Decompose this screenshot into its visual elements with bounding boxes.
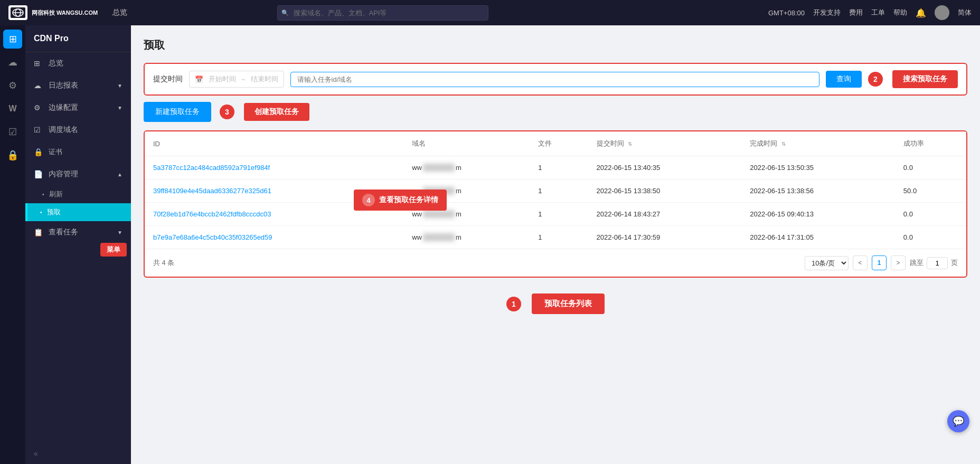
sidebar-item-content-mgmt[interactable]: 📄 内容管理 ▲: [25, 163, 131, 185]
sidebar-icon-settings[interactable]: ⚙: [3, 76, 22, 95]
sidebar-sub-refresh[interactable]: • 刷新: [25, 185, 131, 203]
refresh-dot-icon: •: [42, 192, 44, 197]
sidebar-item-schedule[interactable]: ☑ 调度域名: [25, 119, 131, 141]
cell-files: 1: [530, 203, 588, 226]
table-row: b7e9a7e68a6e4c5cb40c35f03265ed59ww████m1…: [145, 226, 966, 249]
cell-files: 1: [530, 156, 588, 179]
new-task-button[interactable]: 新建预取任务: [144, 102, 211, 122]
logs-arrow-icon: ▼: [117, 83, 123, 89]
sidebar-icon-grid[interactable]: ⊞: [3, 30, 22, 49]
annotation-badge-2: 2: [868, 72, 883, 87]
sidebar-item-logs[interactable]: ☁ 日志报表 ▼: [25, 74, 131, 97]
bottom-annotation: 1 预取任务列表: [144, 293, 967, 314]
schedule-icon: ☑: [34, 126, 44, 134]
sidebar-overview-label: 总览: [49, 59, 63, 68]
sidebar-icon-check[interactable]: ☑: [3, 122, 22, 141]
prefetch-task-list-button[interactable]: 预取任务列表: [532, 293, 605, 314]
task-id-link[interactable]: 70f28eb1d76e4bccb2462fdfb8cccdc03: [153, 210, 271, 218]
search-prefetch-task-button[interactable]: 搜索预取任务: [892, 70, 958, 88]
edge-arrow-icon: ▼: [117, 105, 123, 111]
cell-complete-time: 2022-06-14 17:31:05: [741, 226, 895, 249]
task-table: ID 域名 文件 提交时间 ⇅ 完成时间 ⇅ 成功率 5a3787cc12ac4…: [145, 131, 966, 249]
chat-fab-button[interactable]: 💬: [947, 410, 969, 432]
cell-success-rate: 50.0: [895, 179, 966, 203]
sidebar-edge-label: 边缘配置: [49, 103, 78, 112]
nav-overview[interactable]: 总览: [108, 6, 131, 20]
annotation-badge-1: 1: [506, 297, 521, 311]
filter-row: 提交时间 📅 开始时间 ~ 结束时间 查询 2 搜索预取任务: [144, 63, 967, 96]
sidebar-refresh-label: 刷新: [49, 190, 63, 198]
dev-support-link[interactable]: 开发支持: [813, 8, 841, 17]
cell-success-rate: 0.0: [895, 226, 966, 249]
start-time-placeholder: 开始时间: [209, 74, 236, 84]
sidebar-view-task-label: 查看任务: [49, 228, 78, 237]
task-id-link[interactable]: b7e9a7e68a6e4c5cb40c35f03265ed59: [153, 233, 272, 241]
sidebar-product-title: CDN Pro: [25, 25, 131, 52]
task-id-link[interactable]: 5a3787cc12ac484cad8592a791ef984f: [153, 164, 270, 172]
page-1-button[interactable]: 1: [872, 255, 887, 270]
top-search-input[interactable]: [277, 5, 488, 21]
table-row: 70f28eb1d76e4bccb2462fdfb8cccdc03ww████m…: [145, 203, 966, 226]
create-prefetch-task-button[interactable]: 创建预取任务: [244, 103, 309, 121]
page-unit-label: 页: [951, 258, 958, 268]
task-id-domain-input[interactable]: [290, 72, 819, 87]
complete-sort-icon: ⇅: [781, 141, 786, 147]
sidebar-icon-cloud[interactable]: ☁: [3, 53, 22, 72]
sidebar-content-mgmt-label: 内容管理: [49, 169, 78, 179]
query-button[interactable]: 查询: [826, 71, 862, 88]
sidebar-item-overview[interactable]: ⊞ 总览: [25, 52, 131, 74]
cell-submit-time: 2022-06-14 18:43:27: [588, 203, 742, 226]
date-range-picker[interactable]: 📅 开始时间 ~ 结束时间: [189, 71, 284, 88]
goto-page-input[interactable]: [927, 257, 948, 269]
action-row: 新建预取任务 3 创建预取任务: [144, 102, 967, 122]
sidebar-cert-label: 证书: [49, 147, 62, 157]
col-success-rate: 成功率: [895, 131, 966, 156]
help-link[interactable]: 帮助: [893, 8, 907, 17]
logo-icon: [8, 5, 27, 20]
main-content: 预取 提交时间 📅 开始时间 ~ 结束时间 查询 2 搜索预取任务 新建预取任务…: [131, 25, 980, 464]
total-count-label: 共 4 条: [153, 258, 174, 268]
timezone-label: GMT+08:00: [768, 9, 805, 17]
sidebar-item-edge[interactable]: ⚙ 边缘配置 ▼: [25, 97, 131, 119]
cell-submit-time: 2022-06-15 13:38:50: [588, 179, 742, 203]
billing-link[interactable]: 费用: [849, 8, 863, 17]
annotation-badge-3: 3: [220, 105, 234, 119]
sidebar-prefetch-label: 预取: [47, 208, 61, 216]
col-submit-time[interactable]: 提交时间 ⇅: [588, 131, 742, 156]
cell-domain: ww████m: [403, 156, 530, 179]
task-id-link[interactable]: 39ff84109e4e45daad6336277e325d61: [153, 187, 271, 195]
cell-files: 1: [530, 226, 588, 249]
notification-bell-icon[interactable]: 🔔: [916, 8, 926, 18]
logo-text: 网宿科技 WANGSU.COM: [32, 9, 98, 17]
prev-page-button[interactable]: <: [853, 255, 868, 270]
sidebar-icon-cert[interactable]: 🔒: [3, 146, 22, 165]
user-avatar[interactable]: [935, 5, 949, 20]
sidebar-collapse-btn[interactable]: «: [25, 443, 131, 464]
logs-icon: ☁: [34, 81, 44, 90]
page-size-select[interactable]: 10条/页 20条/页 50条/页: [805, 256, 849, 270]
top-navigation: 网宿科技 WANGSU.COM 总览 GMT+08:00 开发支持 费用 工单 …: [0, 0, 980, 25]
view-task-icon: 📋: [34, 228, 44, 236]
sidebar-icon-w[interactable]: W: [3, 99, 22, 118]
logo-area: 网宿科技 WANGSU.COM: [8, 5, 98, 20]
language-toggle[interactable]: 简体: [958, 8, 972, 17]
col-complete-time[interactable]: 完成时间 ⇅: [741, 131, 895, 156]
menu-tooltip-label: 菜单: [100, 243, 127, 257]
sidebar-item-view-task[interactable]: 📋 查看任务 ▼: [25, 221, 131, 243]
sidebar-sub-prefetch[interactable]: • 预取: [25, 203, 131, 221]
annotation-4-wrapper: 39ff84109e4e45daad6336277e325d614查看预取任务详…: [153, 187, 271, 195]
nav-right-area: GMT+08:00 开发支持 费用 工单 帮助 🔔 简体: [768, 5, 972, 20]
prefetch-dot-icon: •: [40, 210, 42, 215]
cell-success-rate: 0.0: [895, 203, 966, 226]
col-id: ID: [145, 131, 403, 156]
cert-icon: 🔒: [34, 148, 44, 156]
tools-link[interactable]: 工单: [871, 8, 885, 17]
page-title: 预取: [144, 38, 967, 52]
content-mgmt-arrow-icon: ▲: [117, 172, 123, 177]
cell-submit-time: 2022-06-15 13:40:35: [588, 156, 742, 179]
search-annotation-area: 2 搜索预取任务: [868, 70, 958, 88]
next-page-button[interactable]: >: [891, 255, 906, 270]
table-row: 5a3787cc12ac484cad8592a791ef984fww████m1…: [145, 156, 966, 179]
sidebar-item-cert[interactable]: 🔒 证书: [25, 141, 131, 163]
table-header-row: ID 域名 文件 提交时间 ⇅ 完成时间 ⇅ 成功率: [145, 131, 966, 156]
